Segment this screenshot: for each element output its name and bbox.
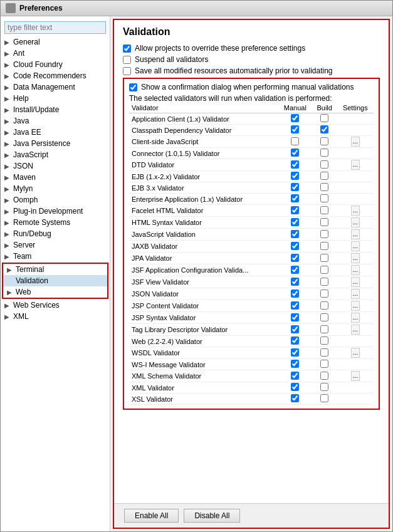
sidebar-item-oomph[interactable]: ▶ Oomph (1, 194, 110, 206)
build-checkbox[interactable] (320, 172, 328, 180)
sidebar-item-java-ee[interactable]: ▶ Java EE (1, 127, 110, 138)
settings-button[interactable]: ... (351, 371, 360, 381)
build-checkbox[interactable] (320, 348, 328, 357)
settings-button[interactable]: ... (351, 325, 360, 335)
manual-checkbox[interactable] (291, 383, 299, 391)
settings-button[interactable]: ... (351, 206, 360, 216)
sidebar-item-javascript[interactable]: ▶ JavaScript (1, 149, 110, 160)
build-checkbox[interactable] (320, 183, 328, 191)
sidebar-item-server[interactable]: ▶ Server (1, 239, 110, 251)
build-checkbox[interactable] (320, 230, 328, 238)
build-checkbox[interactable] (320, 372, 328, 380)
settings-button[interactable]: ... (351, 160, 360, 170)
build-checkbox[interactable] (320, 289, 328, 298)
build-checkbox[interactable] (320, 206, 328, 214)
sidebar-item-web-services[interactable]: ▶ Web Services (1, 300, 110, 311)
build-checkbox[interactable] (320, 194, 328, 202)
build-checkbox[interactable] (320, 125, 328, 133)
settings-button[interactable]: ... (351, 289, 360, 299)
manual-checkbox[interactable] (291, 194, 299, 202)
filter-input[interactable] (4, 21, 106, 34)
build-checkbox[interactable] (320, 160, 328, 169)
manual-checkbox[interactable] (291, 325, 299, 333)
manual-checkbox[interactable] (291, 125, 299, 133)
enable-all-button[interactable]: Enable All (124, 509, 179, 523)
sidebar-item-cloud-foundry[interactable]: ▶ Cloud Foundry (1, 59, 110, 70)
sidebar-item-web[interactable]: ▶ Web (3, 286, 107, 298)
build-checkbox[interactable] (320, 313, 328, 321)
disable-all-button[interactable]: Disable All (184, 509, 240, 523)
build-checkbox[interactable] (320, 254, 328, 262)
manual-checkbox[interactable] (291, 206, 299, 214)
sidebar-item-ant[interactable]: ▶ Ant (1, 48, 110, 59)
manual-checkbox[interactable] (291, 149, 299, 157)
settings-button[interactable]: ... (351, 265, 360, 275)
settings-button[interactable]: ... (351, 253, 360, 263)
manual-checkbox[interactable] (291, 372, 299, 380)
manual-checkbox[interactable] (291, 114, 299, 122)
build-checkbox[interactable] (320, 336, 328, 345)
sidebar-item-remote-systems[interactable]: ▶ Remote Systems (1, 217, 110, 228)
sidebar-item-java[interactable]: ▶ Java (1, 115, 110, 127)
sidebar-item-run-debug[interactable]: ▶ Run/Debug (1, 228, 110, 239)
sidebar-item-install-update[interactable]: ▶ Install/Update (1, 104, 110, 115)
show-confirmation-checkbox[interactable] (129, 83, 137, 91)
sidebar-item-code-recommenders[interactable]: ▶ Code Recommenders (1, 70, 110, 81)
manual-checkbox[interactable] (291, 254, 299, 262)
build-checkbox[interactable] (320, 114, 328, 122)
manual-checkbox[interactable] (291, 242, 299, 250)
manual-cell (278, 347, 312, 359)
manual-checkbox[interactable] (291, 218, 299, 226)
settings-button[interactable]: ... (351, 348, 360, 358)
build-checkbox[interactable] (320, 394, 328, 402)
settings-button[interactable]: ... (351, 301, 360, 311)
build-checkbox[interactable] (320, 383, 328, 391)
manual-checkbox[interactable] (291, 266, 299, 274)
settings-button[interactable]: ... (351, 313, 360, 323)
settings-button[interactable]: ... (351, 217, 360, 227)
sidebar-item-general[interactable]: ▶ General (1, 36, 110, 48)
build-checkbox[interactable] (320, 278, 328, 286)
manual-checkbox[interactable] (291, 230, 299, 238)
col-settings: Settings (337, 103, 374, 113)
manual-checkbox[interactable] (291, 336, 299, 345)
settings-button[interactable]: ... (351, 277, 360, 287)
manual-checkbox[interactable] (291, 278, 299, 286)
validator-name: Tag Library Descriptor Validator (129, 324, 278, 336)
settings-button[interactable]: ... (351, 241, 360, 251)
allow-override-checkbox[interactable] (123, 44, 131, 53)
manual-checkbox[interactable] (291, 137, 299, 145)
manual-checkbox[interactable] (291, 313, 299, 321)
manual-checkbox[interactable] (291, 172, 299, 180)
build-checkbox[interactable] (320, 149, 328, 157)
settings-button[interactable]: ... (351, 229, 360, 239)
build-checkbox[interactable] (320, 301, 328, 310)
sidebar-item-validation[interactable]: Validation (3, 275, 107, 286)
build-checkbox[interactable] (320, 242, 328, 250)
sidebar-item-data-management[interactable]: ▶ Data Management (1, 81, 110, 93)
manual-checkbox[interactable] (291, 360, 299, 368)
manual-checkbox[interactable] (291, 160, 299, 169)
build-checkbox[interactable] (320, 266, 328, 274)
sidebar-item-mylyn[interactable]: ▶ Mylyn (1, 183, 110, 194)
sidebar-item-terminal[interactable]: ▶ Terminal (3, 264, 107, 275)
settings-button[interactable]: ... (351, 137, 360, 147)
manual-checkbox[interactable] (291, 289, 299, 298)
build-checkbox[interactable] (320, 360, 328, 368)
sidebar-item-team[interactable]: ▶ Team (1, 251, 110, 262)
sidebar-item-json[interactable]: ▶ JSON (1, 160, 110, 172)
build-checkbox[interactable] (320, 137, 328, 145)
sidebar-item-xml[interactable]: ▶ XML (1, 311, 110, 322)
build-checkbox[interactable] (320, 218, 328, 226)
manual-checkbox[interactable] (291, 183, 299, 191)
sidebar-item-help[interactable]: ▶ Help (1, 93, 110, 104)
sidebar-item-maven[interactable]: ▶ Maven (1, 172, 110, 183)
sidebar-item-plugin-development[interactable]: ▶ Plug-in Development (1, 206, 110, 217)
manual-checkbox[interactable] (291, 301, 299, 310)
manual-checkbox[interactable] (291, 348, 299, 357)
build-checkbox[interactable] (320, 325, 328, 333)
manual-checkbox[interactable] (291, 394, 299, 402)
suspend-validators-checkbox[interactable] (123, 56, 131, 64)
sidebar-item-java-persistence[interactable]: ▶ Java Persistence (1, 138, 110, 149)
save-modified-checkbox[interactable] (123, 67, 131, 75)
